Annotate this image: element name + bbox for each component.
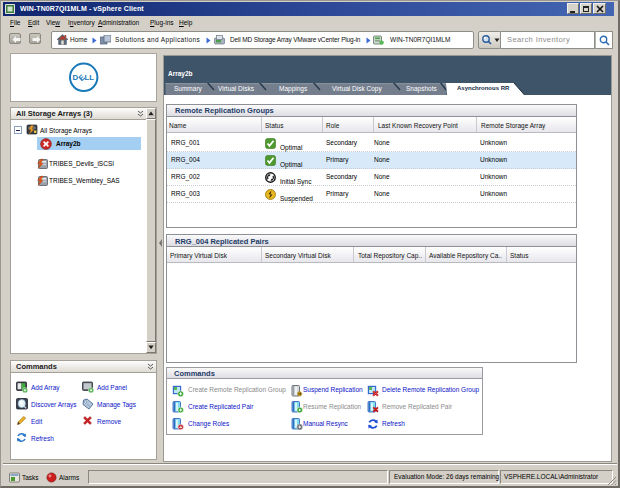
svg-text:LL: LL <box>84 73 94 82</box>
